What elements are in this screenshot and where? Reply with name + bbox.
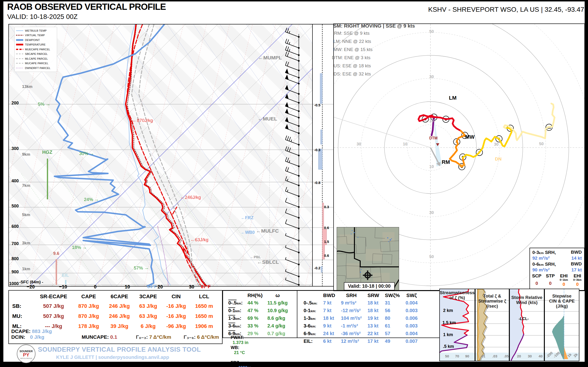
legend-item: MUCAPE PARCEL [16,61,55,66]
streamwiseness-panel: Streamwisenessof ζ (%) [439,289,475,361]
shear-value: 0.006 [403,314,420,322]
skewt-legend: WETBULB TEMP VIRTUAL TEMP DEWPOINT TEMPE… [14,27,57,72]
dewpoint [54,25,164,286]
rh-row-label: 6-9km: [226,330,245,337]
ehi3-sublabel: 0−3km [571,278,584,282]
shear-value: 18 kt [320,314,338,322]
shear-row: EIL:6 kt12 m²/s²17 kt490.007 [301,337,420,345]
bwd-03-value: 14 kt [561,256,582,261]
swzpct-col: SWζ% [382,292,403,299]
table-row-sb: SB: 507 J/kg 870 J/kg 246 J/kg 63 J/kg -… [11,301,217,311]
logo-text-py: PY [17,352,35,358]
swz-col: SWζ [403,292,420,299]
shear-value: 0.004 [403,330,420,337]
hodo-3-6km [450,131,465,167]
sbcape-parcel [139,25,201,285]
legend-label: DWNDRFT PARCEL [25,67,50,69]
wind-barb [285,118,300,127]
col-cin: CIN [162,292,191,301]
frz-label: FRZ: [231,360,241,365]
wind-barb [285,146,300,156]
shear-table: BWD SRH SRW SWζ% SWζ 0-.5km:7 kt9 m²/s²1… [301,292,420,345]
shear-value: 61 [382,322,403,330]
muecape-parcel-low [172,215,189,255]
shear-value: 22 kt [364,330,382,337]
srh-info-box: 0-3ₖₘ SRH, BWD 92 m²/s² 14 kt 0-6ₖₘ SRH,… [529,248,585,291]
shear-value: 0.004 [403,299,420,307]
shear-row-label: 0-.5km: [301,299,320,307]
srh-03-value: 92 m²/s² [532,256,561,261]
inflow-wedge [434,117,442,167]
omega-value: 11.5 g/kg [265,299,290,307]
footer-credit: SOUNDERPY VERTICAL PROFILE ANALYSIS TOOL [38,346,201,353]
wind-barb [285,209,300,219]
omega-value: 10.9 g/kg [265,307,290,314]
wind-barb [285,219,300,229]
rh-row: 0-1km: 47 % 10.9 g/kg [226,307,290,314]
shear-row-label: 6-9km: [301,330,320,337]
logo-text-bottom: VERTICAL PROFILES [17,358,35,359]
shear-row: 6-9km:24 kt-36 m²/s²22 kt570.004 [301,330,420,337]
rh-value: 47 % [245,307,265,314]
lapse03-label: Γ₀₋₃: [136,334,148,340]
col-3cape: 3CAPE [135,292,162,301]
dcin-label: DCIN: [11,334,25,340]
wind-barb [285,176,300,186]
shear-row: 3-6km:9 kt-1 m²/s²13 kt610.003 [301,322,420,330]
shear-value: 18 kt [364,307,382,314]
legend-label: WETBULB TEMP [25,29,47,32]
shear-value: 104 m²/s² [338,314,365,322]
shear-row-label: EIL: [301,337,320,345]
stp-label: STP [544,274,557,278]
legend-item: VIRTUAL TEMP [16,33,55,38]
dcape-label: DCAPE: [11,328,31,334]
total-zeta-panel: Total ζ &Streamwise ζ(/sec) [475,289,509,361]
scp-label: SCP [530,274,544,278]
table-divider [297,290,297,338]
srh-06-value: 90 m²/s² [532,267,561,273]
wind-barb [285,61,300,71]
stepwise-title: StepwiseCIN & CAPE(J/kg) [545,293,579,309]
footer-author: KYLE J GILLETT | sounderpysoundings.anvi… [56,355,169,360]
wind-barb [285,187,300,197]
omega-down-bars [322,203,327,259]
stp-value: 0 [544,281,557,286]
rh-value: 44 % [245,299,265,307]
wind-barb [285,278,300,286]
figure-canvas: RAOB OBSERVED VERTICAL PROFILE VALID: 10… [3,1,585,362]
shear-value: 7 kt [320,299,338,307]
shear-value: 0.003 [403,322,420,330]
shear-value: -1 m²/s² [338,322,365,330]
pwat-value: 1.373 in [233,340,248,345]
cape-table: SR-ECAPE CAPE 6CAPE 3CAPE CIN LCL SB: 50… [11,292,217,331]
legend-item: SBCAPE PARCEL [16,52,55,57]
wind-barb [285,233,300,242]
ehi1-label: EHI [557,274,571,278]
scp-value: 0 [530,281,544,286]
shear-value: 49 [382,337,403,345]
omega-col-header: ω [265,292,290,299]
stepwise-panel: StepwiseCIN & CAPE(J/kg) [544,289,579,361]
shear-value: 9 m²/s² [338,299,365,307]
shear-value: 57 [382,330,403,337]
rh-col-header: RH(%) [245,292,265,299]
wind-barb [285,39,300,49]
srw-title: Storm RelativeWind (kts) [510,295,544,305]
legend-label: TEMPERATURE [25,43,46,46]
valid-time: VALID: 10-18-2025 00Z [7,13,78,21]
shear-value: 80 [382,314,403,322]
wind-barb [285,94,300,104]
page-title: RAOB OBSERVED VERTICAL PROFILE [7,2,166,12]
shear-value: -12 m²/s² [338,307,365,314]
table-header-row: SR-ECAPE CAPE 6CAPE 3CAPE CIN LCL [11,292,217,301]
bwd-06-label: BWD [561,261,582,267]
lapse36-label: Γ₃₋₆: [184,334,196,340]
shear-row: 0-.5km:7 kt9 m²/s²18 kt310.004 [301,299,420,307]
sounderpy-logo: SOUNDER PY VERTICAL PROFILES [17,344,35,363]
shear-value: 6 kt [320,337,338,345]
ehi3-value: 0 [571,282,584,287]
srw-col: SRW [364,292,382,299]
shear-value: 12 m²/s² [338,337,365,345]
omega-up-bars [319,74,322,272]
wind-barbs [285,28,300,286]
